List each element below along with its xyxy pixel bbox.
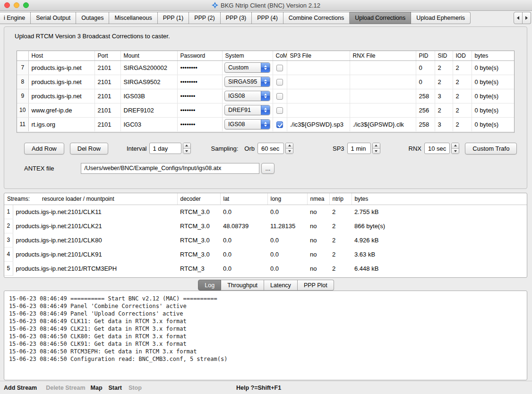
stepper-arrows-icon[interactable] — [285, 143, 293, 154]
iod-cell[interactable]: 2 — [453, 75, 472, 89]
rnx-file-cell[interactable] — [350, 89, 416, 103]
orb-sampling-stepper[interactable]: 60 sec — [257, 143, 293, 154]
system-select[interactable]: SIRGAS95 — [224, 77, 270, 87]
host-cell[interactable]: products.igs-ip.net — [28, 89, 94, 103]
sp3-file-cell[interactable] — [287, 103, 350, 117]
port-cell[interactable]: 2101 — [94, 117, 120, 131]
rnx-file-cell[interactable] — [350, 103, 416, 117]
rnx-file-cell[interactable] — [350, 75, 416, 89]
stepper-arrows-icon[interactable] — [451, 143, 459, 154]
host-cell[interactable]: rt.igs.org — [28, 117, 94, 131]
add-stream-button[interactable]: Add Stream — [4, 385, 37, 391]
tab-latency[interactable]: Latency — [264, 280, 298, 291]
com-checkbox[interactable] — [276, 107, 283, 114]
sp3-file-cell[interactable] — [287, 89, 350, 103]
add-row-button[interactable]: Add Row — [24, 143, 64, 154]
mount-cell[interactable]: SIRGAS200002 — [120, 60, 177, 75]
mount-cell[interactable]: IGC03 — [120, 117, 177, 131]
tab-ppp-3[interactable]: PPP (3) — [221, 12, 252, 24]
tab-combine-corrections[interactable]: Combine Corrections — [283, 12, 350, 24]
mount-cell[interactable]: DREF9102 — [120, 103, 177, 117]
tab-scroll-left-button[interactable] — [514, 12, 523, 24]
custom-trafo-button[interactable]: Custom Trafo — [465, 143, 517, 154]
rnx-file-cell[interactable] — [350, 60, 416, 75]
tab-upload-corrections[interactable]: Upload Corrections — [350, 12, 411, 24]
stream-row[interactable]: 2 products.igs-ip.net:2101/CLK21 RTCM_3.… — [4, 219, 527, 233]
map-button[interactable]: Map — [91, 385, 103, 391]
arrow-right-icon — [525, 16, 528, 20]
sid-cell[interactable]: 2 — [435, 60, 453, 75]
tab-ppp-plot[interactable]: PPP Plot — [298, 280, 334, 291]
com-checkbox[interactable] — [276, 93, 283, 100]
tab-upload-ephemeris[interactable]: Upload Ephemeris — [411, 12, 471, 24]
sid-cell[interactable]: 2 — [435, 103, 453, 117]
mount-cell[interactable]: SIRGAS9502 — [120, 75, 177, 89]
stepper-arrows-icon[interactable] — [372, 143, 380, 154]
system-select[interactable]: IGS08 — [224, 119, 270, 129]
password-cell[interactable]: ••••••• — [177, 103, 222, 117]
port-cell[interactable]: 2101 — [94, 89, 120, 103]
tab-miscellaneous[interactable]: Miscellaneous — [109, 12, 157, 24]
sp3-sampling-stepper[interactable]: 1 min — [347, 143, 380, 154]
system-select[interactable]: DREF91 — [224, 105, 270, 115]
iod-cell[interactable]: 2 — [453, 60, 472, 75]
port-cell[interactable]: 2101 — [94, 60, 120, 75]
start-button[interactable]: Start — [109, 385, 122, 391]
rnx-file-cell[interactable]: ./ic3${GPSWD}.clk — [350, 117, 416, 131]
system-select[interactable]: IGS08 — [224, 91, 270, 101]
password-cell[interactable]: ••••••• — [177, 117, 222, 131]
stepper-arrows-icon[interactable] — [183, 143, 191, 154]
pid-cell[interactable]: 258 — [416, 117, 435, 131]
close-window-button[interactable] — [4, 2, 10, 8]
com-checkbox[interactable] — [276, 121, 283, 128]
password-cell[interactable]: •••••••• — [177, 60, 222, 75]
port-cell[interactable]: 2101 — [94, 75, 120, 89]
mount-cell[interactable]: IGS03B — [120, 89, 177, 103]
sid-cell[interactable]: 3 — [435, 89, 453, 103]
tab-scroll-right-button[interactable] — [523, 12, 531, 24]
tab-ppp-4[interactable]: PPP (4) — [252, 12, 283, 24]
tab-log[interactable]: Log — [198, 280, 221, 291]
pid-cell[interactable]: 0 — [416, 60, 435, 75]
tab-outages[interactable]: Outages — [76, 12, 109, 24]
tab-feed-engine[interactable]: i Engine — [0, 12, 31, 24]
delete-stream-button[interactable]: Delete Stream — [46, 385, 85, 391]
system-select[interactable]: Custom — [224, 62, 270, 73]
stream-row[interactable]: 5 products.igs-ip.net:2101/RTCM3EPH RTCM… — [4, 261, 527, 275]
pid-cell[interactable]: 258 — [416, 89, 435, 103]
sid-cell[interactable]: 3 — [435, 117, 453, 131]
pid-cell[interactable]: 0 — [416, 75, 435, 89]
del-row-button[interactable]: Del Row — [70, 143, 108, 154]
help-button[interactable]: Help ?=Shift+F1 — [236, 385, 281, 391]
antex-file-input[interactable]: /Users/weber/BNC/Example_Configs/Input/i… — [81, 163, 259, 174]
host-cell[interactable]: www.gref-ip.de — [28, 103, 94, 117]
tab-ppp-2[interactable]: PPP (2) — [189, 12, 221, 24]
com-checkbox[interactable] — [276, 79, 283, 86]
sp3-file-cell[interactable]: ./ic3${GPSWD}.sp3 — [287, 117, 350, 131]
sp3-file-cell[interactable] — [287, 75, 350, 89]
pid-cell[interactable]: 256 — [416, 103, 435, 117]
stream-row[interactable]: 1 products.igs-ip.net:2101/CLK11 RTCM_3.… — [4, 205, 527, 219]
stream-row[interactable]: 4 products.igs-ip.net:2101/CLK91 RTCM_3.… — [4, 247, 527, 261]
port-cell[interactable]: 2101 — [94, 103, 120, 117]
sid-cell[interactable]: 2 — [435, 75, 453, 89]
iod-cell[interactable]: 2 — [453, 89, 472, 103]
interval-select[interactable]: 1 day — [149, 143, 191, 154]
tab-throughput[interactable]: Throughput — [221, 280, 264, 291]
antex-browse-button[interactable]: ... — [261, 163, 275, 174]
sp3-file-cell[interactable] — [287, 60, 350, 75]
iod-cell[interactable]: 2 — [453, 103, 472, 117]
stream-row[interactable]: 3 products.igs-ip.net:2101/CLK80 RTCM_3.… — [4, 233, 527, 247]
tab-serial-output[interactable]: Serial Output — [31, 12, 76, 24]
iod-cell[interactable]: 2 — [453, 117, 472, 131]
host-cell[interactable]: products.igs-ip.net — [28, 60, 94, 75]
tab-ppp-1[interactable]: PPP (1) — [158, 12, 189, 24]
minimize-window-button[interactable] — [14, 2, 19, 8]
zoom-window-button[interactable] — [23, 2, 29, 8]
password-cell[interactable]: ••••••• — [177, 89, 222, 103]
com-checkbox[interactable] — [276, 65, 283, 71]
host-cell[interactable]: products.igs-ip.net — [28, 75, 94, 89]
password-cell[interactable]: •••••••• — [177, 75, 222, 89]
stop-button[interactable]: Stop — [129, 385, 142, 391]
rnx-sampling-stepper[interactable]: 10 sec — [424, 143, 459, 154]
